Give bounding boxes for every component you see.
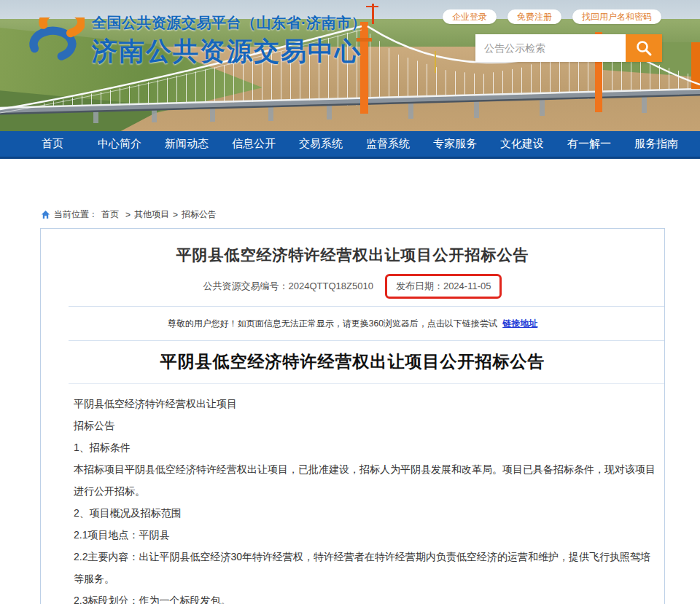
breadcrumb: 当前位置： 首页 > 其他项目 > 招标公告 xyxy=(41,208,700,221)
publish-date-label: 发布日期： xyxy=(396,281,443,291)
article-meta: 公共资源交易编号：2024QTTQ18Z5010 发布日期：2024-11-05 xyxy=(41,274,664,306)
nav-item-trading-system[interactable]: 交易系统 xyxy=(287,137,354,151)
account-links: 企业登录 免费注册 找回用户名和密码 xyxy=(443,9,661,24)
body-paragraph: 本招标项目平阴县低空经济特许经营权出让项目，已批准建设，招标人为平阴县发展和改革… xyxy=(74,458,656,502)
publish-date-highlight-box: 发布日期：2024-11-05 xyxy=(385,274,502,299)
breadcrumb-label: 当前位置： xyxy=(54,208,98,221)
nav-item-info-disclosure[interactable]: 信息公开 xyxy=(220,137,287,151)
search-input[interactable] xyxy=(475,34,626,62)
site-logo-icon xyxy=(20,17,85,64)
browser-notice: 尊敬的用户您好！如页面信息无法正常显示，请更换360浏览器后，点击以下链接尝试 … xyxy=(41,307,664,340)
login-button[interactable]: 企业登录 xyxy=(443,9,497,24)
breadcrumb-home[interactable]: 首页 xyxy=(101,208,119,221)
body-paragraph: 2、项目概况及招标范围 xyxy=(74,502,656,524)
article-head: 平阴县低空经济特许经营权出让项目公开招标公告 公共资源交易编号：2024QTTQ… xyxy=(41,229,664,306)
site-brand: 全国公共资源交易平台（山东省·济南市） 济南公共资源交易中心 xyxy=(20,13,366,68)
trade-number: 公共资源交易编号：2024QTTQ18Z5010 xyxy=(203,280,373,293)
breadcrumb-separator: > xyxy=(173,210,178,220)
nav-item-center-intro[interactable]: 中心简介 xyxy=(86,137,153,151)
breadcrumb-separator: > xyxy=(125,210,131,220)
main-nav: 首页 中心简介 新闻动态 信息公开 交易系统 监督系统 专家服务 文化建设 有一… xyxy=(0,131,700,159)
search-icon xyxy=(635,39,653,57)
publish-date-value: 2024-11-05 xyxy=(443,281,491,291)
nav-item-home[interactable]: 首页 xyxy=(19,137,86,151)
announcement-heading: 平阴县低空经济特许经营权出让项目公开招标公告 xyxy=(41,341,664,383)
home-icon xyxy=(41,210,50,219)
nav-item-culture[interactable]: 文化建设 xyxy=(489,137,556,151)
body-paragraph: 2.1项目地点：平阴县 xyxy=(74,524,656,546)
register-button[interactable]: 免费注册 xyxy=(508,9,561,24)
platform-title: 全国公共资源交易平台（山东省·济南市） xyxy=(92,13,366,33)
announcement-panel: 平阴县低空经济特许经营权出让项目公开招标公告 公共资源交易编号：2024QTTQ… xyxy=(40,228,665,604)
body-paragraph: 2.2主要内容：出让平阴县低空经济30年特许经营权，特许经营者在特许经营期内负责… xyxy=(74,546,656,589)
nav-item-news[interactable]: 新闻动态 xyxy=(153,137,220,151)
body-paragraph: 招标公告 xyxy=(74,415,656,436)
search-button[interactable] xyxy=(626,34,662,62)
nav-item-service-guide[interactable]: 服务指南 xyxy=(623,137,690,151)
breadcrumb-other-projects[interactable]: 其他项目 xyxy=(134,208,169,221)
nav-item-expert-service[interactable]: 专家服务 xyxy=(421,137,489,151)
trade-number-label: 公共资源交易编号： xyxy=(203,281,289,291)
body-paragraph: 2.3标段划分：作为一个标段发包。 xyxy=(74,589,656,604)
body-paragraph: 平阴县低空经济特许经营权出让项目 xyxy=(74,393,656,415)
breadcrumb-tender-notice[interactable]: 招标公告 xyxy=(182,208,217,221)
announcement-body: 平阴县低空经济特许经营权出让项目 招标公告 1、招标条件 本招标项目平阴县低空经… xyxy=(41,384,664,604)
recover-account-button[interactable]: 找回用户名和密码 xyxy=(572,9,661,24)
body-paragraph: 1、招标条件 xyxy=(74,436,656,458)
announcement-search xyxy=(475,34,662,62)
nav-item-youyijieyi[interactable]: 有一解一 xyxy=(556,137,623,151)
site-title: 济南公共资源交易中心 xyxy=(92,34,366,68)
alternate-link[interactable]: 链接地址 xyxy=(502,318,537,329)
trade-number-value: 2024QTTQ18Z5010 xyxy=(289,281,373,291)
browser-notice-text: 尊敬的用户您好！如页面信息无法正常显示，请更换360浏览器后，点击以下链接尝试 xyxy=(168,318,497,329)
nav-item-supervision-system[interactable]: 监督系统 xyxy=(354,137,421,151)
page-title: 平阴县低空经济特许经营权出让项目公开招标公告 xyxy=(41,245,664,265)
header-banner: 全国公共资源交易平台（山东省·济南市） 济南公共资源交易中心 企业登录 免费注册… xyxy=(0,0,700,131)
